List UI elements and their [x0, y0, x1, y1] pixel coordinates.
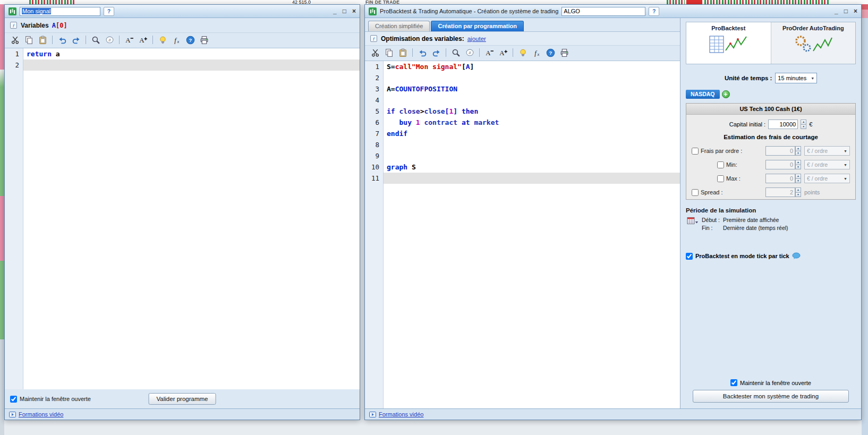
help-icon[interactable]: ? [185, 35, 195, 45]
function-icon[interactable]: fx [171, 35, 182, 45]
code-line[interactable]: 4 [365, 95, 680, 106]
help-icon[interactable]: ? [545, 48, 556, 57]
code-line[interactable]: 1S=call"Mon signal"[A] [365, 61, 680, 72]
fee-value-input[interactable]: 0 [765, 146, 795, 156]
close-button[interactable]: × [854, 8, 857, 14]
fee-value-input[interactable]: 0 [765, 160, 795, 169]
font-decrease-icon[interactable]: A [124, 35, 134, 45]
instrument-chip[interactable]: NASDAQ [686, 90, 720, 99]
print-icon[interactable] [559, 48, 569, 57]
close-button[interactable]: × [352, 8, 356, 14]
capital-stepper[interactable]: ▲▼ [801, 120, 806, 129]
fee-option[interactable]: Min: [686, 161, 765, 168]
undo-icon[interactable] [417, 48, 428, 57]
code-line[interactable]: 11 [365, 173, 680, 184]
window-title-input[interactable]: Mon signal [20, 7, 100, 16]
spin-up-icon[interactable]: ▲ [795, 187, 801, 193]
code-line[interactable]: 9 [365, 150, 680, 161]
cut-icon[interactable] [370, 48, 380, 57]
code-line[interactable]: 8 [365, 139, 680, 150]
fee-option[interactable]: Frais par ordre : [686, 148, 765, 155]
redo-icon[interactable] [431, 48, 441, 57]
fee-unit-select[interactable]: € / ordre▼ [804, 146, 850, 156]
fee-checkbox[interactable] [717, 161, 724, 168]
comment-icon[interactable]: // [464, 48, 475, 57]
paste-icon[interactable] [37, 35, 48, 45]
spin-up-icon[interactable]: ▲ [801, 120, 806, 125]
keep-open-option[interactable]: Maintenir la fenêtre ouverte [686, 379, 856, 386]
fee-option[interactable]: Max : [686, 175, 765, 182]
code-editor[interactable]: 1S=call"Mon signal"[A]23A=COUNTOFPOSITIO… [365, 61, 680, 408]
comment-icon[interactable]: // [104, 35, 115, 45]
keep-open-checkbox[interactable] [10, 396, 17, 403]
tick-mode-option[interactable]: ProBacktest en mode tick par tick [686, 252, 856, 260]
fee-checkbox[interactable] [692, 148, 699, 155]
fee-value-input[interactable]: 0 [765, 174, 795, 183]
video-training-link[interactable]: Formations vidéo [19, 411, 63, 417]
calendar-icon[interactable] [687, 216, 699, 227]
spin-up-icon[interactable]: ▲ [795, 160, 801, 165]
function-icon[interactable]: fx [531, 48, 542, 57]
add-instrument-button[interactable]: + [722, 90, 730, 98]
fee-unit-select[interactable]: € / ordre▼ [804, 174, 850, 183]
maximize-button[interactable]: □ [844, 8, 848, 14]
code-editor[interactable]: 1return a2 [5, 48, 360, 389]
tab-creation-simplifiee[interactable]: Création simplifiée [368, 21, 430, 31]
keep-open-option[interactable]: Maintenir la fenêtre ouverte [10, 396, 91, 403]
titlebar[interactable]: ProBacktest & Trading Automatique - Créa… [365, 5, 861, 18]
code-line[interactable]: 1return a [5, 48, 360, 59]
hint-icon[interactable] [517, 48, 528, 57]
redo-icon[interactable] [71, 35, 81, 45]
help-icon[interactable]: ? [649, 7, 659, 16]
cut-icon[interactable] [10, 35, 20, 45]
stepper[interactable]: ▲▼ [795, 174, 801, 183]
add-variable-link[interactable]: ajouter [467, 36, 486, 42]
paste-icon[interactable] [397, 48, 408, 57]
code-line[interactable]: 2 [365, 72, 680, 83]
zoom-icon[interactable] [90, 35, 101, 45]
titlebar[interactable]: Mon signal ? _ □ × [5, 5, 360, 18]
spin-up-icon[interactable]: ▲ [795, 146, 801, 151]
capital-input[interactable]: 10000 [768, 120, 798, 129]
code-line[interactable]: 5if close>close[1] then [365, 106, 680, 117]
minimize-button[interactable]: _ [333, 8, 337, 14]
copy-icon[interactable] [384, 48, 394, 57]
spin-down-icon[interactable]: ▼ [795, 165, 801, 170]
hint-icon[interactable] [157, 35, 168, 45]
validate-program-button[interactable]: Valider programme [149, 393, 216, 405]
stepper[interactable]: ▲▼ [795, 146, 801, 156]
system-name-input[interactable] [561, 7, 645, 16]
fee-checkbox[interactable] [717, 175, 724, 182]
code-line[interactable]: 6 buy 1 contract at market [365, 117, 680, 128]
keep-open-checkbox[interactable] [730, 379, 737, 386]
fee-option[interactable]: Spread : [686, 189, 765, 196]
tab-probacktest[interactable]: ProBacktest [686, 22, 771, 64]
fee-checkbox[interactable] [692, 189, 699, 196]
print-icon[interactable] [199, 35, 209, 45]
help-icon[interactable]: ? [104, 7, 114, 16]
backtest-button[interactable]: Backtester mon système de trading [693, 390, 849, 403]
fee-unit-select[interactable]: € / ordre▼ [804, 160, 850, 169]
code-line[interactable]: 3A=COUNTOFPOSITION [365, 83, 680, 95]
tab-creation-par-programmation[interactable]: Création par programmation [431, 21, 524, 31]
video-training-link[interactable]: Formations vidéo [379, 411, 423, 417]
code-line[interactable]: 2 [5, 59, 360, 71]
font-decrease-icon[interactable]: A [484, 48, 495, 57]
stepper[interactable]: ▲▼ [795, 160, 801, 169]
stepper[interactable]: ▲▼ [795, 187, 801, 197]
code-line[interactable]: 10graph S [365, 161, 680, 173]
undo-icon[interactable] [57, 35, 67, 45]
spin-down-icon[interactable]: ▼ [795, 179, 801, 184]
spin-down-icon[interactable]: ▼ [795, 193, 801, 198]
tick-mode-checkbox[interactable] [686, 253, 693, 260]
timeframe-select[interactable]: 15 minutes ▼ [775, 73, 817, 83]
spin-down-icon[interactable]: ▼ [795, 151, 801, 156]
spin-up-icon[interactable]: ▲ [795, 174, 801, 179]
zoom-icon[interactable] [450, 48, 461, 57]
copy-icon[interactable] [23, 35, 34, 45]
maximize-button[interactable]: □ [343, 8, 346, 14]
fee-value-input[interactable]: 2 [765, 187, 795, 197]
spin-down-icon[interactable]: ▼ [801, 125, 806, 130]
minimize-button[interactable]: _ [835, 8, 838, 14]
font-increase-icon[interactable]: A [498, 48, 508, 57]
